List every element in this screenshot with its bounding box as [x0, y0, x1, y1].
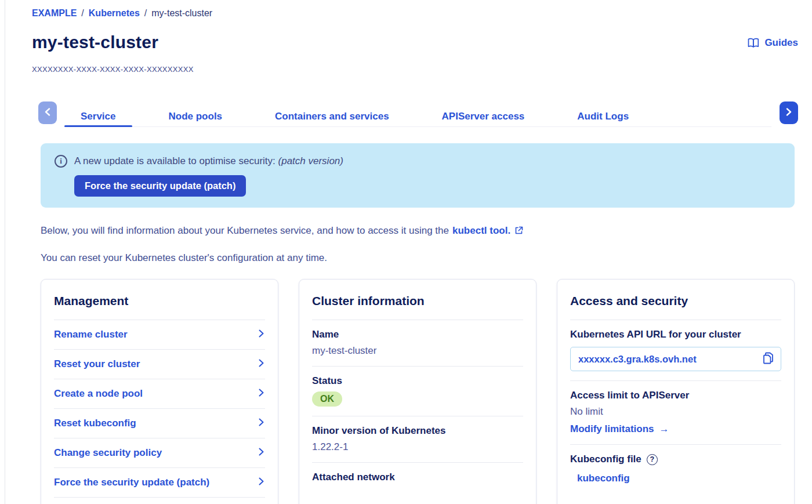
management-item-label: Create a node pool — [54, 388, 143, 400]
management-item-create-node-pool[interactable]: Create a node pool — [54, 379, 265, 409]
tab-service[interactable]: Service — [64, 101, 132, 126]
api-url-box: xxxxxx.c3.gra.k8s.ovh.net — [570, 347, 781, 371]
field-status: Status OK — [312, 367, 523, 416]
main-content: EXAMPLE / Kubernetes / my-test-cluster m… — [0, 0, 812, 504]
book-icon — [748, 38, 759, 48]
breadcrumb: EXAMPLE / Kubernetes / my-test-cluster — [32, 8, 798, 19]
tab-apiserver-access[interactable]: APIServer access — [426, 101, 541, 126]
field-label: Access limit to APIServer — [570, 390, 781, 401]
breadcrumb-link-kubernetes[interactable]: Kubernetes — [89, 8, 140, 19]
management-item-label: Reset your cluster — [54, 358, 140, 370]
breadcrumb-separator: / — [81, 8, 84, 19]
management-item-reset-kubeconfig[interactable]: Reset kubeconfig — [54, 409, 265, 438]
field-attached-network: Attached network — [312, 463, 523, 492]
guides-link[interactable]: Guides — [748, 37, 798, 49]
field-label: Minor version of Kubernetes — [312, 425, 523, 437]
banner-message-emphasis: (patch version) — [278, 155, 343, 166]
modify-limitations-label: Modify limitations — [570, 423, 654, 435]
intro-line-2: You can reset your Kubernetes cluster's … — [41, 252, 798, 264]
page-title: my-test-cluster — [32, 32, 194, 52]
chevron-right-icon — [259, 389, 264, 399]
copy-api-url-button[interactable] — [762, 351, 774, 367]
field-label: Status — [312, 375, 523, 387]
breadcrumb-separator: / — [144, 8, 147, 19]
chevron-right-icon — [259, 477, 264, 488]
management-item-label: Rename cluster — [54, 329, 128, 340]
field-label: Kubeconfig file — [570, 454, 641, 465]
cluster-id: XXXXXXXX-XXXX-XXXX-XXXX-XXXXXXXXX — [32, 65, 194, 74]
field-name: Name my-test-cluster — [312, 320, 523, 367]
management-item-reset-cluster[interactable]: Reset your cluster — [54, 350, 265, 379]
field-kubeconfig: Kubeconfig file ? kubeconfig — [570, 445, 781, 494]
breadcrumb-current: my-test-cluster — [151, 8, 212, 19]
intro-line-1: Below, you will find information about y… — [41, 225, 798, 237]
status-badge: OK — [312, 391, 342, 407]
question-icon[interactable]: ? — [647, 454, 658, 465]
management-card: Management Rename cluster Reset your clu… — [41, 279, 278, 504]
management-item-force-security-update[interactable]: Force the security update (patch) — [54, 468, 265, 498]
tab-audit-logs[interactable]: Audit Logs — [561, 101, 645, 126]
management-item-label: Change security policy — [54, 447, 162, 459]
kubeconfig-link[interactable]: kubeconfig — [577, 473, 630, 484]
tabs-list: Service Node pools Containers and servic… — [64, 101, 771, 127]
intro-line-1-text: Below, you will find information about y… — [41, 225, 449, 237]
chevron-right-icon — [259, 448, 264, 458]
kubectl-tool-link-label: kubectl tool. — [452, 225, 510, 236]
tabs-bar: Service Node pools Containers and servic… — [38, 101, 798, 127]
title-block: my-test-cluster XXXXXXXX-XXXX-XXXX-XXXX-… — [32, 32, 194, 74]
management-item-label: Reset kubeconfig — [54, 418, 136, 429]
access-security-card-title: Access and security — [570, 294, 781, 320]
banner-message-row: i A new update is available to optimise … — [55, 155, 781, 168]
force-security-update-button[interactable]: Force the security update (patch) — [74, 175, 246, 197]
kubectl-tool-link[interactable]: kubectl tool. — [452, 225, 523, 237]
kubeconfig-label-row: Kubeconfig file ? — [570, 454, 781, 465]
arrow-right-icon: → — [659, 423, 669, 435]
chevron-right-icon — [259, 329, 264, 340]
chevron-left-icon — [45, 108, 50, 118]
tab-node-pools[interactable]: Node pools — [153, 101, 239, 126]
field-value: No limit — [570, 406, 781, 418]
management-item-label: Force the security update (patch) — [54, 477, 209, 488]
security-update-banner: i A new update is available to optimise … — [41, 143, 795, 208]
chevron-right-icon — [786, 108, 792, 118]
tabs-scroll-left-button[interactable] — [38, 101, 57, 124]
management-item-rename-cluster[interactable]: Rename cluster — [54, 320, 265, 350]
info-icon: i — [55, 155, 67, 168]
field-label: Name — [312, 329, 523, 340]
field-value: 1.22.2-1 — [312, 441, 523, 453]
guides-label: Guides — [764, 37, 798, 49]
external-link-icon — [513, 225, 523, 236]
cards-row: Management Rename cluster Reset your clu… — [41, 279, 795, 504]
field-value: my-test-cluster — [312, 345, 523, 357]
access-security-card: Access and security Kubernetes API URL f… — [557, 279, 795, 504]
modify-limitations-link[interactable]: Modify limitations → — [570, 423, 669, 435]
management-card-title: Management — [54, 294, 265, 320]
field-label: Attached network — [312, 472, 523, 483]
kubernetes-cluster-page: EXAMPLE / Kubernetes / my-test-cluster m… — [0, 0, 812, 504]
banner-message: A new update is available to optimise se… — [74, 155, 343, 167]
breadcrumb-link-example[interactable]: EXAMPLE — [32, 8, 77, 19]
chevron-right-icon — [259, 418, 264, 429]
field-access-limit: Access limit to APIServer No limit Modif… — [570, 381, 781, 445]
page-header: my-test-cluster XXXXXXXX-XXXX-XXXX-XXXX-… — [32, 32, 798, 74]
cluster-information-card: Cluster information Name my-test-cluster… — [299, 279, 536, 504]
management-item-change-security-policy[interactable]: Change security policy — [54, 438, 265, 468]
api-url-value: xxxxxx.c3.gra.k8s.ovh.net — [578, 354, 697, 365]
cluster-information-card-title: Cluster information — [312, 294, 523, 320]
tab-containers-and-services[interactable]: Containers and services — [259, 101, 405, 126]
tabs-scroll-right-button[interactable] — [780, 101, 798, 124]
sidebar-edge — [0, 0, 5, 504]
copy-icon — [763, 352, 774, 366]
field-api-url: Kubernetes API URL for your cluster xxxx… — [570, 320, 781, 381]
field-minor-version: Minor version of Kubernetes 1.22.2-1 — [312, 416, 523, 463]
chevron-right-icon — [259, 359, 264, 369]
field-label: Kubernetes API URL for your cluster — [570, 329, 781, 340]
